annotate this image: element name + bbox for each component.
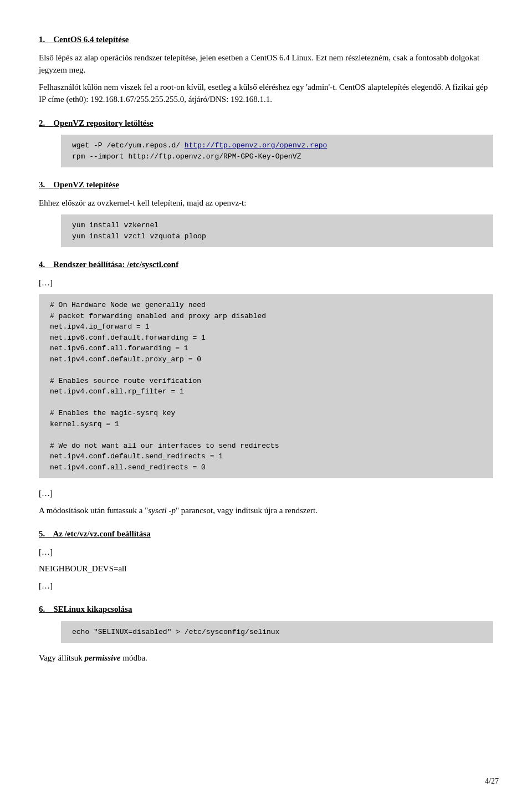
- section-1-para-2: Felhasználót külön nem viszek fel a root…: [39, 81, 493, 106]
- section-1-para-1: Első lépés az alap operációs rendszer te…: [39, 52, 493, 76]
- section-6-title: 6. SELinux kikapcsolása: [39, 603, 493, 616]
- section-4-code: # On Hardware Node we generally need # p…: [39, 294, 493, 478]
- section-1-title: 1. CentOS 6.4 telepítése: [39, 33, 493, 46]
- section-4-ellipsis1: […]: [39, 277, 493, 289]
- section-5: 5. Az /etc/vz/vz.conf beállítása […] NEI…: [39, 528, 493, 592]
- section-1: 1. CentOS 6.4 telepítése Első lépés az a…: [39, 33, 493, 106]
- section-3-code: yum install vzkernel yum install vzctl v…: [61, 214, 493, 247]
- section-6-code: echo "SELINUX=disabled" > /etc/sysconfig…: [61, 621, 493, 643]
- section-2-code: wget -P /etc/yum.repos.d/ http://ftp.ope…: [61, 135, 493, 167]
- section-3-title: 3. OpenVZ telepítése: [39, 178, 493, 191]
- section-5-ellipsis1: […]: [39, 546, 493, 559]
- openvz-repo-link[interactable]: http://ftp.openvz.org/openvz.repo: [185, 141, 327, 150]
- section-5-content: NEIGHBOUR_DEVS=all: [39, 562, 493, 575]
- section-5-ellipsis2: […]: [39, 580, 493, 592]
- section-6: 6. SELinux kikapcsolása echo "SELINUX=di…: [39, 603, 493, 664]
- section-5-title: 5. Az /etc/vz/vz.conf beállítása: [39, 528, 493, 540]
- permissive-text: permissive: [85, 653, 121, 662]
- section-4-title: 4. Rendszer beállítása: /etc/sysctl.conf: [39, 258, 493, 271]
- section-4: 4. Rendszer beállítása: /etc/sysctl.conf…: [39, 258, 493, 516]
- section-3: 3. OpenVZ telepítése Ehhez először az ov…: [39, 178, 493, 247]
- sysctl-italic: sysctl -p: [148, 506, 176, 515]
- section-6-outro: Vagy állítsuk permissive módba.: [39, 652, 493, 664]
- section-3-intro: Ehhez először az ovzkernel-t kell telepí…: [39, 197, 493, 209]
- section-2-title: 2. OpenVZ repository letöltése: [39, 117, 493, 130]
- section-4-outro: A módosítások után futtassuk a "sysctl -…: [39, 504, 493, 517]
- section-4-ellipsis2: […]: [39, 487, 493, 500]
- section-2: 2. OpenVZ repository letöltése wget -P /…: [39, 117, 493, 168]
